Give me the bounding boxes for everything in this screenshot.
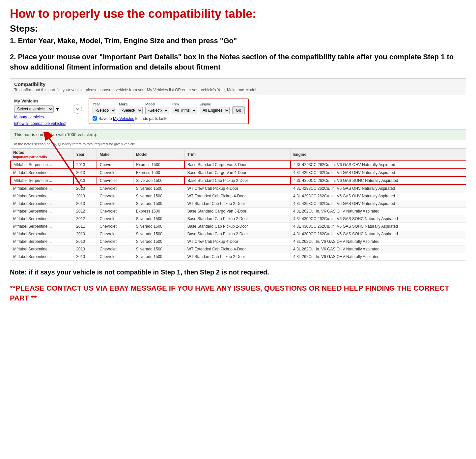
year-select[interactable]: -Select-: [93, 107, 116, 114]
trim-label: Trim: [172, 102, 197, 106]
table-row: Mfrlabel:Serpentine ...2010ChevroletSilv…: [11, 238, 466, 245]
make-cell: Chevrolet: [97, 230, 133, 238]
notes-cell: Mfrlabel:Serpentine ...: [11, 253, 73, 260]
year-cell: 2013: [73, 185, 97, 192]
year-cell: 2013: [73, 177, 97, 185]
col-header-make: Make: [97, 148, 133, 161]
year-cell: 2010: [73, 230, 97, 238]
trim-cell: Base Standard Cab Pickup 2-Door: [184, 215, 290, 222]
compat-title: Compatibility: [14, 81, 462, 87]
year-cell: 2010: [73, 238, 97, 245]
table-body: Mfrlabel:Serpentine ...2013ChevroletExpr…: [11, 161, 466, 261]
engine-label: Engine: [200, 102, 230, 106]
col-header-notes: Notes Important part details: [11, 148, 73, 161]
my-vehicles-link-inline[interactable]: My Vehicles: [113, 116, 134, 121]
my-vehicles-col: My Vehicles Select a vehicle ▼ Manage ve…: [14, 99, 66, 126]
year-cell: 2010: [73, 253, 97, 260]
notes-cell: Mfrlabel:Serpentine ...: [11, 185, 73, 192]
make-cell: Chevrolet: [97, 192, 133, 200]
make-cell: Chevrolet: [97, 238, 133, 245]
select-vehicle-row: Select a vehicle ▼: [14, 105, 66, 113]
compatibility-table: Notes Important part details Year Make M…: [10, 148, 466, 261]
model-cell: Silverado 1500: [133, 185, 184, 192]
engine-group: Engine All Engines: [200, 102, 230, 114]
trim-cell: Base Standard Cargo Van 4-Door: [184, 169, 290, 177]
make-group: Make -Select-: [119, 102, 143, 114]
trim-select[interactable]: All Trims: [172, 107, 197, 114]
model-label: Model: [145, 102, 169, 106]
table-row: Mfrlabel:Serpentine ...2012ChevroletSilv…: [11, 215, 466, 222]
engine-cell: 4.3L 262Cu. In. V6 GAS OHV Naturally Asp…: [291, 238, 466, 245]
trim-cell: WT Standard Cab Pickup 2-Door: [184, 200, 290, 207]
engine-cell: 4.3L 262Cu. In. V6 GAS OHV Naturally Asp…: [291, 245, 466, 253]
step2-text: 2. Place your mouse over "Important Part…: [10, 52, 466, 72]
step1-text: 1. Enter Year, Make, Model, Trim, Engine…: [10, 36, 466, 46]
model-cell: Express 1500: [133, 207, 184, 215]
main-title: How to properly use the compatibility ta…: [10, 7, 466, 21]
col-header-year: Year: [73, 148, 97, 161]
or-divider: or: [73, 104, 82, 114]
trim-cell: WT Crew Cab Pickup 4-Door: [184, 185, 290, 192]
engine-cell: 4.3L 4300CC 262Cu. In. V6 GAS SOHC Natur…: [291, 177, 466, 185]
trim-cell: Base Standard Cab Pickup 2-Door: [184, 230, 290, 238]
model-cell: Silverado 1500: [133, 177, 184, 185]
table-row: Mfrlabel:Serpentine ...2013ChevroletSilv…: [11, 177, 466, 185]
save-vehicles-checkbox[interactable]: [93, 116, 97, 121]
model-cell: Silverado 1500: [133, 253, 184, 260]
col-header-model: Model: [133, 148, 184, 161]
model-cell: Express 1500: [133, 169, 184, 177]
notes-cell: Mfrlabel:Serpentine ...: [11, 207, 73, 215]
engine-select[interactable]: All Engines: [200, 107, 230, 114]
trim-cell: Base Standard Cab Pickup 2-Door: [184, 222, 290, 230]
year-cell: 2013: [73, 192, 97, 200]
engine-cell: 4.3L 4293CC 262Cu. In. V6 GAS OHV Natura…: [291, 161, 466, 169]
compat-header: Compatibility To confirm that this part …: [10, 79, 466, 95]
make-cell: Chevrolet: [97, 207, 133, 215]
table-row: Mfrlabel:Serpentine ...2012ChevroletExpr…: [11, 207, 466, 215]
trim-cell: WT Extended Cab Pickup 4-Door: [184, 192, 290, 200]
manage-vehicles-link[interactable]: Manage vehicles: [14, 115, 66, 119]
model-group: Model -Select-: [145, 102, 169, 114]
model-cell: Silverado 1500: [133, 200, 184, 207]
notes-cell: Mfrlabel:Serpentine ...: [11, 161, 73, 169]
make-cell: Chevrolet: [97, 222, 133, 230]
notes-cell: Mfrlabel:Serpentine ...: [11, 230, 73, 238]
table-header-row: Notes Important part details Year Make M…: [11, 148, 466, 161]
trim-cell: WT Extended Cab Pickup 4-Door: [184, 245, 290, 253]
year-cell: 2012: [73, 207, 97, 215]
ymm-box: Year -Select- Make -Select- Model: [89, 99, 249, 124]
select-vehicle-dropdown[interactable]: Select a vehicle: [14, 105, 54, 113]
compat-body: My Vehicles Select a vehicle ▼ Manage ve…: [10, 95, 466, 129]
trim-group: Trim All Trims: [172, 102, 197, 114]
model-cell: Silverado 1500: [133, 230, 184, 238]
engine-cell: 4.3L 4293CC 262Cu. In. V6 GAS OHV Natura…: [291, 185, 466, 192]
notes-cell: Mfrlabel:Serpentine ...: [11, 215, 73, 222]
model-cell: Silverado 1500: [133, 192, 184, 200]
year-cell: 2013: [73, 161, 97, 169]
go-button[interactable]: Go: [232, 106, 245, 114]
compatibility-box: Compatibility To confirm that this part …: [10, 78, 466, 261]
model-select[interactable]: -Select-: [145, 107, 169, 114]
year-group: Year -Select-: [93, 102, 116, 114]
trim-cell: WT Standard Cab Pickup 2-Door: [184, 253, 290, 260]
model-cell: Express 1500: [133, 161, 184, 169]
notes-cell: Mfrlabel:Serpentine ...: [11, 222, 73, 230]
make-select[interactable]: -Select-: [119, 107, 143, 114]
year-cell: 2010: [73, 245, 97, 253]
make-cell: Chevrolet: [97, 215, 133, 222]
trim-cell: Base Standard Cargo Van 3-Door: [184, 207, 290, 215]
year-cell: 2013: [73, 169, 97, 177]
make-cell: Chevrolet: [97, 177, 133, 185]
trim-cell: WT Crew Cab Pickup 4-Door: [184, 238, 290, 245]
engine-cell: 4.3L 4300CC 262Cu. In. V6 GAS SOHC Natur…: [291, 215, 466, 222]
col-header-engine: Engine: [291, 148, 466, 161]
model-cell: Silverado 1500: [133, 238, 184, 245]
trim-cell: Base Standard Cab Pickup 2-Door: [184, 177, 290, 185]
notes-cell: Mfrlabel:Serpentine ...: [11, 200, 73, 207]
show-all-link[interactable]: [show all compatible vehicles]: [14, 121, 66, 126]
make-cell: Chevrolet: [97, 169, 133, 177]
engine-cell: 4.3L 4293CC 262Cu. In. V6 GAS OHV Natura…: [291, 169, 466, 177]
notes-cell: Mfrlabel:Serpentine ...: [11, 245, 73, 253]
table-row: Mfrlabel:Serpentine ...2010ChevroletSilv…: [11, 253, 466, 260]
make-label: Make: [119, 102, 143, 106]
